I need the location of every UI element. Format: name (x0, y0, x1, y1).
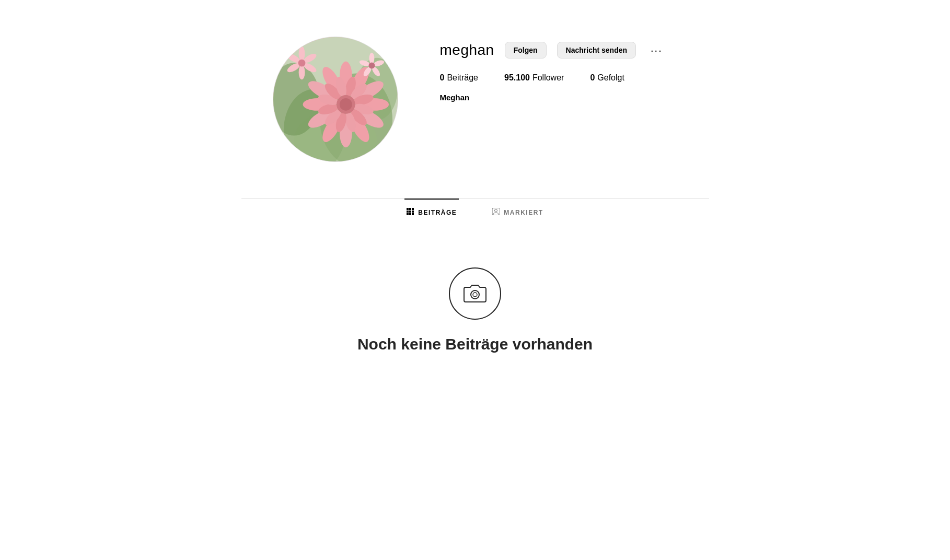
followers-stat[interactable]: 95.100 Follower (504, 73, 564, 83)
avatar (273, 37, 398, 162)
svg-rect-47 (412, 208, 414, 210)
following-count: 0 (590, 73, 595, 83)
posts-stat: 0 Beiträge (440, 73, 479, 83)
tabs-container: BEITRÄGE MARKIERT (241, 199, 709, 226)
svg-rect-53 (412, 213, 414, 215)
svg-rect-52 (409, 213, 411, 215)
empty-state: Noch keine Beiträge vorhanden (241, 226, 709, 395)
svg-point-56 (471, 290, 479, 299)
svg-point-57 (473, 293, 477, 297)
profile-top-row: meghan Folgen Nachricht senden ··· (440, 42, 709, 59)
profile-stats: 0 Beiträge 95.100 Follower 0 Gefolgt (440, 73, 709, 83)
profile-container: meghan Folgen Nachricht senden ··· 0 Bei… (231, 0, 720, 395)
username: meghan (440, 42, 494, 59)
svg-rect-49 (409, 211, 411, 213)
svg-rect-46 (409, 208, 411, 210)
svg-point-55 (495, 209, 497, 212)
followers-count: 95.100 (504, 73, 530, 83)
camera-circle (449, 267, 501, 320)
profile-header: meghan Folgen Nachricht senden ··· 0 Bei… (241, 21, 709, 183)
posts-label: Beiträge (447, 73, 478, 83)
more-button[interactable]: ··· (646, 42, 667, 59)
camera-icon (461, 280, 489, 307)
following-label: Gefolgt (597, 73, 624, 83)
svg-rect-45 (407, 208, 409, 210)
tab-posts[interactable]: BEITRÄGE (404, 199, 459, 225)
display-name: Meghan (440, 93, 709, 102)
grid-icon (407, 208, 414, 217)
avatar-wrapper (273, 37, 398, 162)
tab-tagged-label: MARKIERT (504, 209, 543, 216)
svg-rect-48 (407, 211, 409, 213)
tab-tagged[interactable]: MARKIERT (490, 199, 545, 225)
svg-point-44 (368, 63, 375, 69)
svg-point-31 (339, 98, 352, 111)
svg-point-38 (298, 60, 305, 67)
posts-count: 0 (440, 73, 445, 83)
svg-point-32 (298, 46, 305, 61)
avatar-image (273, 37, 398, 161)
tab-posts-label: BEITRÄGE (418, 209, 457, 216)
message-button[interactable]: Nachricht senden (557, 42, 636, 59)
svg-rect-50 (412, 211, 414, 213)
svg-point-35 (298, 65, 305, 80)
svg-rect-51 (407, 213, 409, 215)
empty-title: Noch keine Beiträge vorhanden (357, 335, 593, 353)
following-stat[interactable]: 0 Gefolgt (590, 73, 624, 83)
svg-point-39 (369, 53, 374, 64)
tag-person-icon (492, 208, 500, 217)
profile-info: meghan Folgen Nachricht senden ··· 0 Bei… (440, 37, 709, 102)
follow-button[interactable]: Folgen (505, 42, 547, 59)
followers-label: Follower (532, 73, 564, 83)
